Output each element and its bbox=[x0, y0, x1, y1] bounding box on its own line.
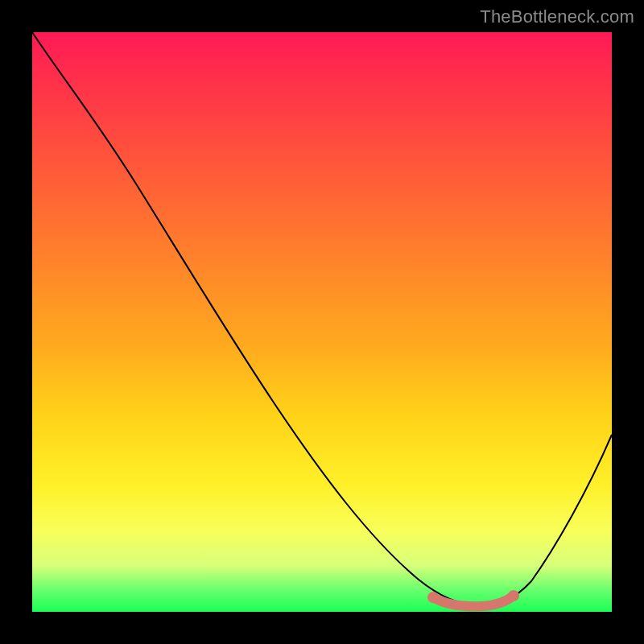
trough-left-dot bbox=[427, 592, 439, 603]
chart-stage: TheBottleneck.com bbox=[0, 0, 644, 644]
trough-right-dot bbox=[508, 590, 519, 601]
plot-area bbox=[32, 32, 612, 612]
watermark-text: TheBottleneck.com bbox=[480, 6, 634, 27]
curve-layer bbox=[32, 32, 612, 612]
bottleneck-curve bbox=[32, 32, 612, 605]
